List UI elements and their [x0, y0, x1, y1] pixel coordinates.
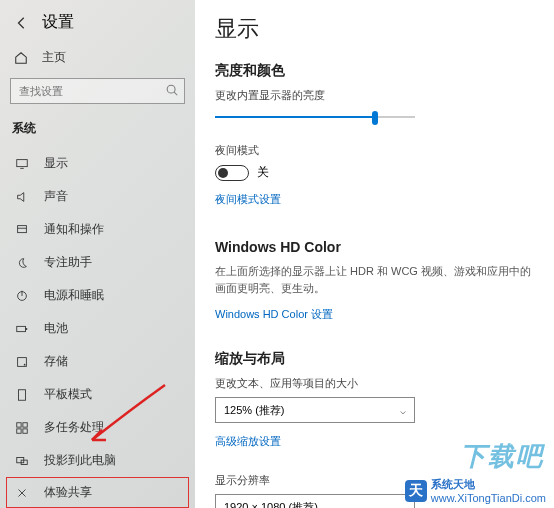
share-icon	[14, 485, 30, 501]
resolution-select[interactable]: 1920 × 1080 (推荐) ⌵	[215, 494, 415, 508]
scale-label: 更改文本、应用等项目的大小	[215, 376, 538, 391]
svg-rect-15	[17, 428, 21, 432]
advanced-scale-link[interactable]: 高级缩放设置	[215, 434, 281, 449]
project-icon	[14, 453, 30, 469]
toggle-knob-icon	[218, 168, 228, 178]
speaker-icon	[14, 189, 30, 205]
svg-rect-4	[18, 225, 27, 232]
sidebar: 设置 主页 系统 显示 声音	[0, 0, 195, 508]
search-icon	[165, 83, 179, 97]
sidebar-item-label: 体验共享	[44, 484, 92, 501]
notification-icon	[14, 222, 30, 238]
chevron-down-icon: ⌵	[400, 502, 406, 509]
scale-select[interactable]: 125% (推荐) ⌵	[215, 397, 415, 423]
back-button[interactable]	[12, 13, 32, 33]
sidebar-item-multitask[interactable]: 多任务处理	[0, 411, 195, 444]
sidebar-item-notifications[interactable]: 通知和操作	[0, 213, 195, 246]
scale-value: 125% (推荐)	[224, 403, 285, 418]
tablet-icon	[14, 387, 30, 403]
sidebar-item-label: 通知和操作	[44, 221, 104, 238]
svg-rect-2	[17, 159, 28, 166]
arrow-left-icon	[15, 16, 29, 30]
sidebar-item-label: 电池	[44, 320, 68, 337]
sidebar-item-label: 多任务处理	[44, 419, 104, 436]
sidebar-item-power[interactable]: 电源和睡眠	[0, 279, 195, 312]
svg-rect-12	[19, 389, 26, 400]
main-content: 显示 亮度和颜色 更改内置显示器的亮度 夜间模式 关 夜间模式设置 Window…	[195, 0, 554, 508]
nav-list: 显示 声音 通知和操作 专注助手 电源和睡眠	[0, 147, 195, 508]
sidebar-item-display[interactable]: 显示	[0, 147, 195, 180]
storage-icon	[14, 354, 30, 370]
brightness-label: 更改内置显示器的亮度	[215, 88, 538, 103]
monitor-icon	[14, 156, 30, 172]
sidebar-item-label: 存储	[44, 353, 68, 370]
scale-section-title: 缩放与布局	[215, 350, 538, 368]
night-mode-state: 关	[257, 164, 269, 181]
sidebar-item-shared-experience[interactable]: 体验共享	[6, 477, 189, 508]
home-label: 主页	[42, 49, 66, 66]
night-mode-label: 夜间模式	[215, 143, 538, 158]
moon-icon	[14, 255, 30, 271]
night-mode-settings-link[interactable]: 夜间模式设置	[215, 192, 281, 207]
power-icon	[14, 288, 30, 304]
sidebar-item-label: 投影到此电脑	[44, 452, 116, 469]
sidebar-item-project[interactable]: 投影到此电脑	[0, 444, 195, 477]
home-button[interactable]: 主页	[0, 43, 195, 78]
sidebar-item-tablet[interactable]: 平板模式	[0, 378, 195, 411]
brightness-section-title: 亮度和颜色	[215, 62, 538, 80]
svg-rect-16	[23, 428, 27, 432]
svg-point-0	[167, 85, 175, 93]
svg-line-1	[174, 92, 177, 95]
section-label: 系统	[0, 116, 195, 147]
sidebar-item-battery[interactable]: 电池	[0, 312, 195, 345]
chevron-down-icon: ⌵	[400, 405, 406, 416]
brightness-slider[interactable]	[215, 109, 415, 125]
svg-rect-8	[17, 326, 26, 331]
sidebar-item-label: 电源和睡眠	[44, 287, 104, 304]
page-title: 显示	[215, 14, 538, 44]
slider-thumb-icon	[372, 111, 378, 125]
hd-section-title: Windows HD Color	[215, 239, 538, 255]
search-input[interactable]	[10, 78, 185, 104]
resolution-value: 1920 × 1080 (推荐)	[224, 500, 318, 509]
resolution-label: 显示分辨率	[215, 473, 538, 488]
svg-rect-9	[26, 328, 28, 330]
hd-settings-link[interactable]: Windows HD Color 设置	[215, 307, 333, 322]
sidebar-item-label: 平板模式	[44, 386, 92, 403]
svg-point-11	[24, 363, 26, 365]
window-title: 设置	[42, 12, 74, 33]
sidebar-item-label: 专注助手	[44, 254, 92, 271]
sidebar-item-focus[interactable]: 专注助手	[0, 246, 195, 279]
home-icon	[14, 51, 28, 65]
hd-description: 在上面所选择的显示器上让 HDR 和 WCG 视频、游戏和应用中的画面更明亮、更…	[215, 263, 538, 296]
svg-rect-14	[23, 422, 27, 426]
sidebar-item-sound[interactable]: 声音	[0, 180, 195, 213]
sidebar-item-label: 显示	[44, 155, 68, 172]
svg-rect-13	[17, 422, 21, 426]
sidebar-item-label: 声音	[44, 188, 68, 205]
sidebar-item-storage[interactable]: 存储	[0, 345, 195, 378]
battery-icon	[14, 321, 30, 337]
night-mode-toggle[interactable]	[215, 165, 249, 181]
multitask-icon	[14, 420, 30, 436]
